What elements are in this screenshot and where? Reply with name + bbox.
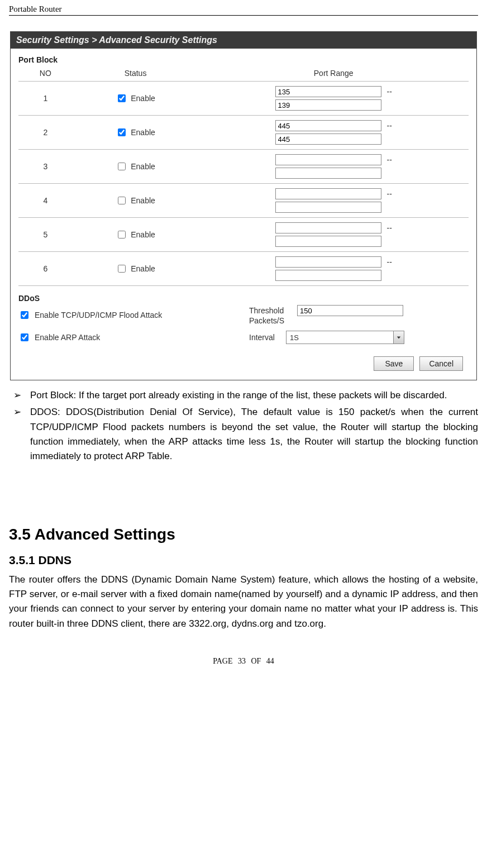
port-block-table: NO Status Port Range 1 Enable bbox=[18, 65, 469, 286]
enable-checkbox[interactable] bbox=[118, 128, 126, 136]
ddos-heading: DDoS bbox=[18, 294, 469, 303]
bullet-icon: ➢ bbox=[9, 388, 21, 403]
range-dash: -- bbox=[385, 223, 392, 232]
enable-label: Enable bbox=[131, 162, 155, 171]
enable-label: Enable bbox=[131, 230, 155, 239]
enable-label: Enable bbox=[131, 128, 155, 137]
security-settings-panel: Security Settings > Advanced Security Se… bbox=[10, 31, 477, 380]
range-dash: -- bbox=[385, 121, 392, 130]
interval-value: 1S bbox=[287, 331, 393, 344]
col-status: Status bbox=[73, 65, 199, 82]
threshold-input[interactable] bbox=[297, 305, 403, 316]
port-from-input[interactable] bbox=[275, 188, 381, 199]
table-row: 6 Enable -- bbox=[18, 252, 469, 286]
range-dash: -- bbox=[385, 155, 392, 164]
range-dash: -- bbox=[385, 87, 392, 96]
save-button[interactable]: Save bbox=[374, 356, 414, 371]
port-to-input[interactable] bbox=[275, 202, 381, 213]
table-row: 5 Enable -- bbox=[18, 218, 469, 252]
enable-checkbox[interactable] bbox=[118, 94, 126, 102]
port-from-input[interactable] bbox=[275, 120, 381, 131]
table-row: 3 Enable -- bbox=[18, 150, 469, 184]
table-row: 1 Enable -- bbox=[18, 82, 469, 116]
row-no: 1 bbox=[18, 82, 73, 116]
running-header: Portable Router bbox=[9, 4, 478, 16]
port-to-input[interactable] bbox=[275, 270, 381, 281]
port-from-input[interactable] bbox=[275, 256, 381, 268]
panel-title-bar: Security Settings > Advanced Security Se… bbox=[11, 32, 476, 49]
port-to-input[interactable] bbox=[275, 236, 381, 247]
port-block-heading: Port Block bbox=[18, 55, 469, 64]
page-footer: PAGE 33 OF 44 bbox=[9, 657, 478, 666]
row-no: 6 bbox=[18, 252, 73, 286]
arp-checkbox[interactable] bbox=[21, 333, 28, 341]
threshold-label: Threshold bbox=[249, 306, 294, 315]
port-from-input[interactable] bbox=[275, 154, 381, 165]
enable-checkbox[interactable] bbox=[118, 163, 126, 170]
ddns-paragraph: The router offers the DDNS (Dynamic Doma… bbox=[9, 573, 478, 631]
port-to-input[interactable] bbox=[275, 99, 381, 111]
heading-advanced-settings: 3.5 Advanced Settings bbox=[9, 526, 478, 543]
table-row: 4 Enable -- bbox=[18, 184, 469, 218]
flood-label: Enable TCP/UDP/ICMP Flood Attack bbox=[35, 311, 162, 319]
range-dash: -- bbox=[385, 257, 392, 266]
row-no: 3 bbox=[18, 150, 73, 184]
table-row: 2 Enable -- bbox=[18, 116, 469, 150]
interval-select[interactable]: 1S bbox=[286, 331, 404, 344]
range-dash: -- bbox=[385, 189, 392, 198]
interval-label: Interval bbox=[249, 333, 283, 342]
port-to-input[interactable] bbox=[275, 133, 381, 145]
threshold-unit: Packets/S bbox=[249, 316, 403, 325]
enable-checkbox[interactable] bbox=[118, 197, 126, 204]
port-to-input[interactable] bbox=[275, 168, 381, 179]
enable-checkbox[interactable] bbox=[118, 265, 126, 273]
enable-label: Enable bbox=[131, 264, 155, 273]
col-no: NO bbox=[18, 65, 73, 82]
svg-marker-0 bbox=[397, 336, 400, 338]
arp-label: Enable ARP Attack bbox=[35, 333, 100, 342]
bullet-icon: ➢ bbox=[9, 405, 21, 464]
row-no: 2 bbox=[18, 116, 73, 150]
port-from-input[interactable] bbox=[275, 222, 381, 233]
flood-checkbox[interactable] bbox=[21, 311, 28, 319]
row-no: 4 bbox=[18, 184, 73, 218]
bullet-text: DDOS: DDOS(Distribution Denial Of Servic… bbox=[30, 405, 478, 464]
enable-label: Enable bbox=[131, 196, 155, 205]
cancel-button[interactable]: Cancel bbox=[419, 356, 463, 371]
col-range: Port Range bbox=[198, 65, 469, 82]
enable-checkbox[interactable] bbox=[118, 231, 126, 239]
chevron-down-icon bbox=[393, 331, 404, 344]
row-no: 5 bbox=[18, 218, 73, 252]
enable-label: Enable bbox=[131, 94, 155, 103]
bullet-text: Port Block: If the target port already e… bbox=[30, 388, 447, 403]
port-from-input[interactable] bbox=[275, 86, 381, 97]
heading-ddns: 3.5.1 DDNS bbox=[9, 554, 478, 567]
